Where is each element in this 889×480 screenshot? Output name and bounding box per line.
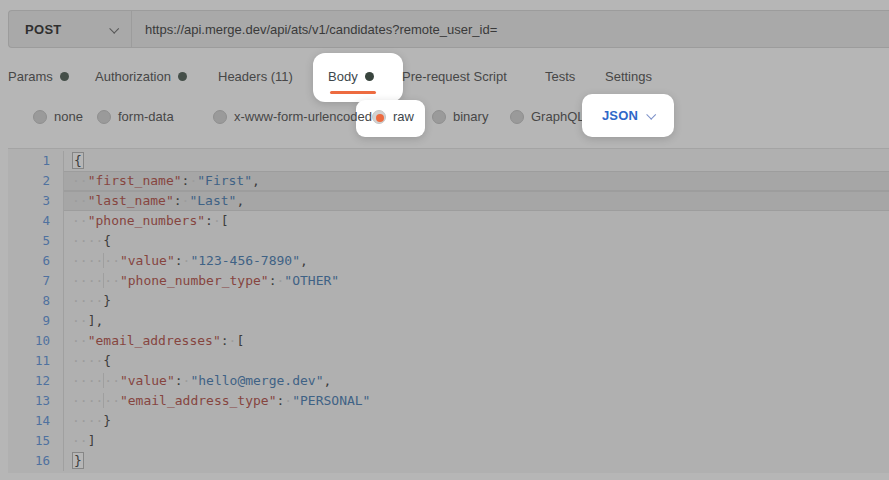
code-line-content: ······"email_address_type":·"PERSONAL" bbox=[64, 391, 889, 411]
code-line[interactable]: 2··"first_name":·"First", bbox=[8, 171, 889, 191]
radio-icon bbox=[510, 110, 524, 124]
radio-icon bbox=[213, 110, 227, 124]
body-type-options: noneform-datax-www-form-urlencodedrawbin… bbox=[0, 109, 889, 127]
radio-label: x-www-form-urlencoded bbox=[234, 109, 372, 124]
body-type-option-raw[interactable]: raw bbox=[372, 109, 414, 124]
code-line[interactable]: 5····{ bbox=[8, 231, 889, 251]
code-line[interactable]: 3··"last_name":·"Last", bbox=[8, 191, 889, 211]
line-number: 6 bbox=[8, 251, 64, 271]
code-line[interactable]: 7······"phone_number_type":·"OTHER" bbox=[8, 271, 889, 291]
code-line[interactable]: 13······"email_address_type":·"PERSONAL" bbox=[8, 391, 889, 411]
radio-label: binary bbox=[453, 109, 488, 124]
chevron-down-icon bbox=[646, 110, 656, 120]
code-line[interactable]: 14····} bbox=[8, 411, 889, 431]
line-number: 15 bbox=[8, 431, 64, 451]
line-number: 9 bbox=[8, 311, 64, 331]
line-number: 5 bbox=[8, 231, 64, 251]
request-url-bar: POST https://api.merge.dev/api/ats/v1/ca… bbox=[8, 10, 889, 48]
url-input[interactable]: https://api.merge.dev/api/ats/v1/candida… bbox=[132, 22, 889, 37]
line-number: 16 bbox=[8, 451, 64, 471]
code-line-content: { bbox=[64, 151, 889, 171]
line-number: 12 bbox=[8, 371, 64, 391]
tab-label: Tests bbox=[545, 69, 575, 84]
code-line-content: ··], bbox=[64, 311, 889, 331]
body-code-editor[interactable]: 1{2··"first_name":·"First",3··"last_name… bbox=[8, 148, 889, 473]
radio-icon bbox=[97, 110, 111, 124]
code-line-content: ····} bbox=[64, 291, 889, 311]
tab-label: Body bbox=[328, 69, 358, 84]
radio-label: none bbox=[54, 109, 83, 124]
code-line-content: ··"last_name":·"Last", bbox=[64, 191, 889, 211]
radio-label: form-data bbox=[118, 109, 174, 124]
language-selector-label: JSON bbox=[602, 108, 638, 123]
tab-label: Headers (11) bbox=[218, 69, 293, 84]
body-type-option-none[interactable]: none bbox=[33, 109, 83, 124]
line-number: 3 bbox=[8, 191, 64, 211]
chevron-down-icon bbox=[109, 23, 119, 33]
radio-label: GraphQL bbox=[531, 109, 584, 124]
tab-headers-11[interactable]: Headers (11) bbox=[218, 69, 293, 84]
code-line[interactable]: 1{ bbox=[8, 151, 889, 171]
tab-authorization[interactable]: Authorization bbox=[95, 69, 187, 84]
language-selector-dropdown[interactable]: JSON bbox=[582, 94, 674, 137]
line-number: 13 bbox=[8, 391, 64, 411]
code-line-content: ··"email_addresses":·[ bbox=[64, 331, 889, 351]
tab-params[interactable]: Params bbox=[8, 69, 69, 84]
bottom-margin bbox=[0, 473, 889, 480]
method-label: POST bbox=[25, 22, 62, 37]
code-line[interactable]: 11····{ bbox=[8, 351, 889, 371]
tab-body[interactable]: Body bbox=[328, 69, 374, 84]
radio-label: raw bbox=[393, 109, 414, 124]
method-select[interactable]: POST bbox=[9, 11, 131, 47]
radio-icon bbox=[33, 110, 47, 124]
code-line[interactable]: 16} bbox=[8, 451, 889, 471]
line-number: 8 bbox=[8, 291, 64, 311]
tab-label: Authorization bbox=[95, 69, 171, 84]
code-line-content: ······"value":·"hello@merge.dev", bbox=[64, 371, 889, 391]
code-line-content: } bbox=[64, 451, 889, 471]
code-line-content: ······"phone_number_type":·"OTHER" bbox=[64, 271, 889, 291]
line-number: 2 bbox=[8, 171, 64, 191]
code-line[interactable]: 10··"email_addresses":·[ bbox=[8, 331, 889, 351]
body-type-option-form-data[interactable]: form-data bbox=[97, 109, 174, 124]
unsaved-changes-dot-icon bbox=[178, 72, 187, 81]
line-number: 7 bbox=[8, 271, 64, 291]
code-line[interactable]: 9··], bbox=[8, 311, 889, 331]
tab-label: Settings bbox=[605, 69, 652, 84]
code-line-content: ··"first_name":·"First", bbox=[64, 171, 889, 191]
line-number: 4 bbox=[8, 211, 64, 231]
code-line[interactable]: 15··] bbox=[8, 431, 889, 451]
radio-icon bbox=[432, 110, 446, 124]
code-line-content: ··"phone_numbers":·[ bbox=[64, 211, 889, 231]
tab-settings[interactable]: Settings bbox=[605, 69, 652, 84]
line-number: 10 bbox=[8, 331, 64, 351]
code-line-content: ····} bbox=[64, 411, 889, 431]
tab-tests[interactable]: Tests bbox=[545, 69, 575, 84]
code-line[interactable]: 12······"value":·"hello@merge.dev", bbox=[8, 371, 889, 391]
code-line[interactable]: 8····} bbox=[8, 291, 889, 311]
code-line-content: ····{ bbox=[64, 231, 889, 251]
code-line-content: ····{ bbox=[64, 351, 889, 371]
unsaved-changes-dot-icon bbox=[60, 72, 69, 81]
radio-selected-icon bbox=[372, 110, 386, 124]
body-type-option-binary[interactable]: binary bbox=[432, 109, 488, 124]
body-type-option-graphql[interactable]: GraphQL bbox=[510, 109, 584, 124]
body-type-option-x-www-form-urlencoded[interactable]: x-www-form-urlencoded bbox=[213, 109, 372, 124]
code-line-content: ······"value":·"123-456-7890", bbox=[64, 251, 889, 271]
tab-label: Params bbox=[8, 69, 53, 84]
active-tab-underline bbox=[330, 91, 376, 94]
line-number: 1 bbox=[8, 151, 64, 171]
tab-pre-request-script[interactable]: Pre-request Script bbox=[402, 69, 507, 84]
request-tabs: ParamsAuthorizationHeaders (11)BodyPre-r… bbox=[0, 69, 889, 87]
line-number: 11 bbox=[8, 351, 64, 371]
tab-label: Pre-request Script bbox=[402, 69, 507, 84]
code-line[interactable]: 6······"value":·"123-456-7890", bbox=[8, 251, 889, 271]
line-number: 14 bbox=[8, 411, 64, 431]
code-line[interactable]: 4··"phone_numbers":·[ bbox=[8, 211, 889, 231]
code-line-content: ··] bbox=[64, 431, 889, 451]
unsaved-changes-dot-icon bbox=[365, 72, 374, 81]
